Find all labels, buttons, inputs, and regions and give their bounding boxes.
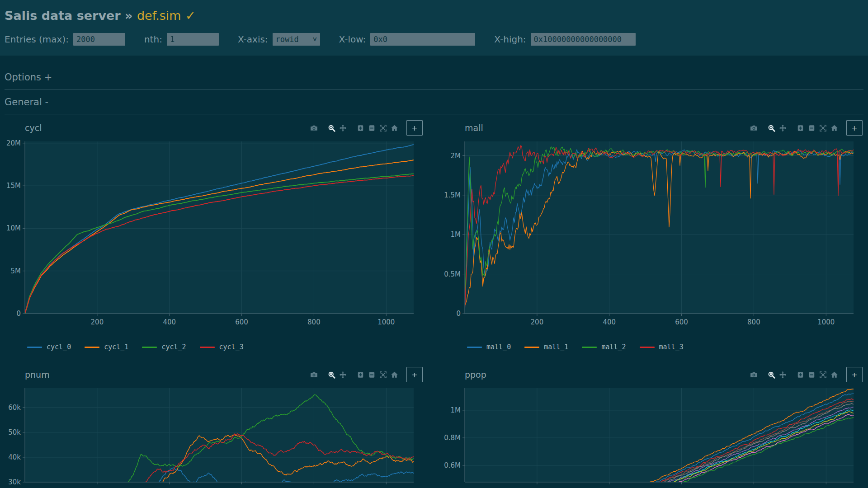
autoscale-icon[interactable] (377, 123, 389, 133)
legend-line-sample (85, 347, 99, 348)
plot-mall[interactable]: 00.5M1M1.5M2M2004006008001000 (444, 138, 863, 332)
chart-title-cycl: cycl (25, 123, 42, 133)
section-options-toggle[interactable]: Options + (5, 72, 863, 89)
autoscale-icon[interactable] (817, 123, 829, 133)
svg-text:60k: 60k (8, 404, 21, 412)
legend-line-sample (640, 347, 655, 348)
legend-label: cycl_2 (161, 343, 186, 351)
x-axis-select[interactable]: rowid (273, 33, 320, 46)
nth-input[interactable] (167, 33, 219, 46)
legend-item[interactable]: mall_0 (467, 343, 511, 351)
home-icon[interactable] (829, 123, 840, 133)
zoom-in-icon[interactable] (355, 123, 366, 133)
chart-title-pnum: pnum (25, 370, 50, 380)
field-entries-max: Entries (max): (5, 33, 125, 46)
legend-item[interactable]: cycl_3 (200, 343, 244, 351)
legend-item[interactable]: mall_2 (582, 343, 626, 351)
legend-item[interactable]: mall_3 (640, 343, 684, 351)
x-axis-label: X-axis: (238, 34, 268, 45)
legend-label: mall_3 (659, 343, 684, 351)
nth-label: nth: (144, 34, 162, 45)
svg-text:0.6M: 0.6M (444, 461, 461, 469)
svg-text:800: 800 (307, 318, 321, 326)
camera-icon[interactable] (308, 370, 320, 380)
legend-line-sample (467, 347, 482, 348)
zoom-out-icon[interactable] (366, 370, 377, 380)
legend-item[interactable]: cycl_1 (85, 343, 128, 351)
svg-text:1000: 1000 (817, 318, 835, 326)
zoom-icon[interactable] (766, 370, 777, 380)
legend-label: mall_0 (486, 343, 511, 351)
page-title: Salis data server » def.sim ✓ (5, 8, 868, 23)
svg-text:200: 200 (531, 318, 544, 326)
svg-text:600: 600 (675, 318, 688, 326)
zoom-in-icon[interactable] (355, 370, 366, 380)
zoom-in-icon[interactable] (795, 370, 806, 380)
camera-icon[interactable] (748, 123, 760, 133)
check-icon: ✓ (185, 9, 196, 23)
query-form: Entries (max): nth: X-axis: rowid ∨ X-lo… (5, 33, 868, 46)
breadcrumb-separator: » (125, 9, 132, 23)
expand-chart-button[interactable]: + (846, 120, 863, 136)
zoom-out-icon[interactable] (806, 123, 817, 133)
chart-title-ppop: ppop (465, 370, 486, 380)
legend-item[interactable]: cycl_0 (27, 343, 71, 351)
zoom-icon[interactable] (766, 123, 777, 133)
entries-max-input[interactable] (73, 33, 125, 46)
legend-mall: mall_0mall_1mall_2mall_3 (467, 341, 863, 353)
camera-icon[interactable] (308, 123, 320, 133)
svg-text:40k: 40k (8, 453, 21, 461)
svg-text:2M: 2M (451, 152, 461, 160)
chart-title-mall: mall (465, 123, 483, 133)
chart-panel-ppop: ppop + 0.6M0.8M1M (444, 365, 863, 488)
plot-ppop[interactable]: 0.6M0.8M1M (444, 385, 863, 488)
svg-text:1000: 1000 (377, 318, 395, 326)
x-high-label: X-high: (494, 34, 526, 45)
x-low-input[interactable] (370, 33, 475, 46)
chart-grid: cycl + 05M10M15M20M2004006008001000 cycl… (0, 118, 868, 488)
brand-title: Salis data server (5, 9, 121, 23)
zoom-out-icon[interactable] (366, 123, 377, 133)
legend-label: mall_2 (601, 343, 626, 351)
legend-line-sample (582, 347, 597, 348)
svg-text:50k: 50k (8, 428, 21, 436)
section-general-toggle[interactable]: General - (5, 97, 863, 114)
entries-max-label: Entries (max): (5, 34, 69, 45)
svg-text:30k: 30k (8, 478, 21, 486)
pan-icon[interactable] (777, 370, 788, 380)
legend-cycl: cycl_0cycl_1cycl_2cycl_3 (27, 341, 423, 353)
svg-text:200: 200 (91, 318, 104, 326)
legend-label: cycl_3 (219, 343, 244, 351)
modebar (308, 370, 400, 380)
x-low-label: X-low: (339, 34, 366, 45)
zoom-in-icon[interactable] (795, 123, 806, 133)
svg-text:800: 800 (747, 318, 760, 326)
home-icon[interactable] (389, 370, 400, 380)
file-link[interactable]: def.sim (137, 9, 181, 23)
expand-chart-button[interactable]: + (846, 367, 863, 382)
field-x-low: X-low: (339, 33, 476, 46)
home-icon[interactable] (389, 123, 400, 133)
legend-item[interactable]: cycl_2 (142, 343, 186, 351)
camera-icon[interactable] (748, 370, 760, 380)
svg-text:400: 400 (603, 318, 616, 326)
x-high-input[interactable] (531, 33, 636, 46)
plot-cycl[interactable]: 05M10M15M20M2004006008001000 (5, 138, 423, 332)
zoom-icon[interactable] (326, 370, 337, 380)
svg-text:1M: 1M (451, 230, 461, 239)
svg-text:5M: 5M (11, 267, 21, 275)
pan-icon[interactable] (777, 123, 788, 133)
legend-item[interactable]: mall_1 (524, 343, 568, 351)
field-x-axis: X-axis: rowid ∨ (238, 33, 320, 46)
plot-pnum[interactable]: 30k40k50k60k (5, 385, 423, 488)
expand-chart-button[interactable]: + (406, 367, 423, 382)
pan-icon[interactable] (337, 123, 349, 133)
pan-icon[interactable] (337, 370, 349, 380)
home-icon[interactable] (829, 370, 840, 380)
autoscale-icon[interactable] (817, 370, 829, 380)
zoom-out-icon[interactable] (806, 370, 817, 380)
expand-chart-button[interactable]: + (406, 120, 423, 136)
zoom-icon[interactable] (326, 123, 337, 133)
svg-text:1.5M: 1.5M (444, 191, 461, 199)
autoscale-icon[interactable] (377, 370, 389, 380)
